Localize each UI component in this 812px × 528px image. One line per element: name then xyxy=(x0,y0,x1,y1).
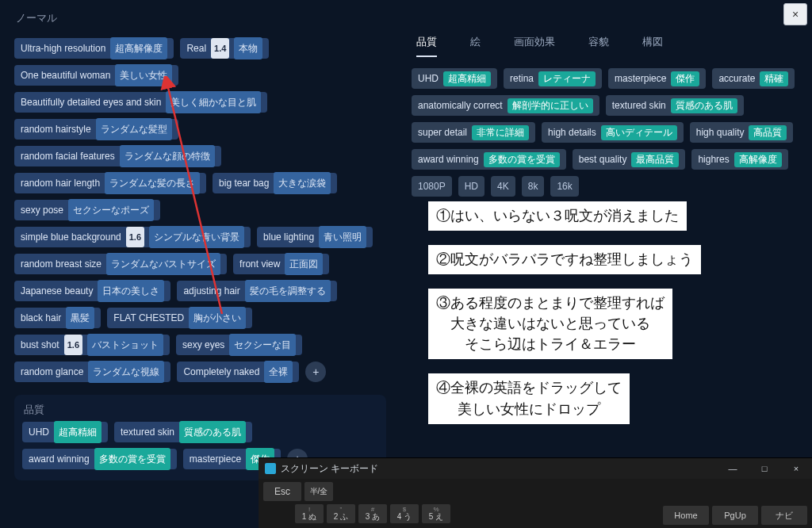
prompt-tag[interactable]: Ultra-high resolution超高解像度 xyxy=(14,38,174,59)
library-tag[interactable]: high quality高品質 xyxy=(690,122,794,143)
instruction-note: ③ある程度のまとまりで整理すれば大きな違いはないと思っているそこら辺はトライ＆エ… xyxy=(428,289,672,359)
prompt-tag[interactable]: random breast sizeランダムなバストサイズ xyxy=(14,254,227,274)
tag-weight: 1.6 xyxy=(126,227,144,247)
library-tag[interactable]: UHD超高精細 xyxy=(412,68,497,89)
tag-translation: ランダムな顔の特徴 xyxy=(120,145,215,167)
instruction-notes: ①はい、いらない３呪文が消えました②呪文がバラバラですね整理しましょう③ある程度… xyxy=(428,201,701,424)
section-title-normal: ノーマル xyxy=(16,11,386,25)
prompt-tag[interactable]: black hair黒髪 xyxy=(14,308,101,328)
prompt-tag[interactable]: UHD超高精細 xyxy=(22,422,108,442)
tag-translation: ランダムな視線 xyxy=(88,361,164,383)
prompt-tag[interactable]: random hairstyleランダムな髪型 xyxy=(14,119,178,140)
tag-translation: 高品質 xyxy=(749,125,787,140)
tag-translation: 最高品質 xyxy=(631,152,679,167)
tag-translation: 超高解像度 xyxy=(110,37,167,59)
osk-key[interactable]: #3 あ xyxy=(358,504,387,523)
prompt-tag[interactable]: textured skin質感のある肌 xyxy=(114,422,252,442)
tag-translation: 正面図 xyxy=(285,253,323,275)
library-tag[interactable]: award winning多数の賞を受賞 xyxy=(412,149,566,170)
library-tag[interactable]: 4K xyxy=(491,176,515,197)
prompt-tag[interactable]: sexy poseセクシーなポーズ xyxy=(14,200,160,220)
prompt-tag[interactable]: Beautifully detailed eyes and skin美しく細かな… xyxy=(14,92,267,113)
osk-key[interactable]: 半/全 xyxy=(304,482,333,501)
prompt-tag[interactable]: big tear bag大きな涙袋 xyxy=(213,173,337,193)
library-tag[interactable]: masterpiece傑作 xyxy=(608,68,706,89)
prompt-tag[interactable]: Japanese beauty日本の美しさ xyxy=(14,281,170,301)
tag-translation: 胸が小さい xyxy=(189,307,246,329)
prompt-tag[interactable]: random facial featuresランダムな顔の特徴 xyxy=(14,146,221,166)
add-tag-button[interactable]: + xyxy=(305,362,326,382)
library-tag[interactable]: retinaレティーナ xyxy=(504,68,602,89)
tab-4[interactable]: 構図 xyxy=(642,35,663,57)
prompt-tag[interactable]: front view正面図 xyxy=(233,254,329,274)
prompt-tag[interactable]: adjusting hair髪の毛を調整する xyxy=(177,281,336,301)
close-button[interactable]: × xyxy=(783,3,807,25)
instruction-note: ②呪文がバラバラですね整理しましょう xyxy=(428,245,701,274)
maximize-button[interactable]: □ xyxy=(749,458,780,479)
tab-3[interactable]: 容貌 xyxy=(588,35,609,57)
tag-translation: 黒髪 xyxy=(66,307,94,329)
osk-key[interactable]: !1 ぬ xyxy=(295,504,324,523)
tab-bar: 品質絵画面効果容貌構図 xyxy=(404,27,804,57)
tab-0[interactable]: 品質 xyxy=(416,35,437,57)
prompt-tag[interactable]: bust shot1.6バストショット xyxy=(14,335,170,355)
tag-translation: 大きな涙袋 xyxy=(274,172,331,194)
tag-translation: 精確 xyxy=(760,71,788,86)
minimize-button[interactable]: — xyxy=(717,458,749,479)
osk-right-keys: HomePgUpナビ xyxy=(663,506,807,525)
library-tag[interactable]: high details高いディテール xyxy=(542,122,684,143)
tag-translation: 質感のある肌 xyxy=(179,421,246,443)
instruction-note: ①はい、いらない３呪文が消えました xyxy=(428,201,687,231)
library-tag[interactable]: 1080P xyxy=(412,176,452,197)
prompt-tag[interactable]: Completely naked全裸 xyxy=(177,362,299,382)
library-tag[interactable]: 16k xyxy=(550,176,578,197)
prompt-tag[interactable]: blue lighting青い照明 xyxy=(257,227,373,247)
osk-key[interactable]: $4 う xyxy=(390,504,419,523)
osk-key[interactable]: %5 え xyxy=(422,504,450,523)
library-tag[interactable]: HD xyxy=(458,176,485,197)
tag-translation: 髪の毛を調整する xyxy=(245,280,331,302)
tag-translation: 多数の賞を受賞 xyxy=(94,448,170,470)
prompt-tag[interactable]: sexy eyesセクシーな目 xyxy=(176,335,302,355)
osk-key[interactable]: Home xyxy=(663,506,709,525)
library-tag[interactable]: highres高解像度 xyxy=(691,149,787,170)
library-tag[interactable]: anatomically correct解剖学的に正しい xyxy=(412,95,599,116)
tag-translation: 本物 xyxy=(234,37,262,59)
tab-1[interactable]: 絵 xyxy=(470,35,481,57)
osk-key[interactable]: "2 ふ xyxy=(327,504,355,523)
osk-key[interactable]: Esc xyxy=(263,482,301,501)
onscreen-keyboard-window: スクリーン キーボード — □ × Esc半/全 !1 ぬ"2 ふ#3 あ$4 … xyxy=(259,457,812,528)
tag-translation: ランダムな髪の長さ xyxy=(105,172,200,194)
osk-key[interactable]: PgUp xyxy=(712,506,758,525)
tag-translation: 多数の賞を受賞 xyxy=(484,152,560,167)
prompt-tag[interactable]: award winning多数の賞を受賞 xyxy=(22,449,177,469)
prompt-tag[interactable]: random hair lengthランダムな髪の長さ xyxy=(14,173,206,193)
tag-translation: ランダムなバストサイズ xyxy=(106,253,220,275)
tag-group-normal: Ultra-high resolution超高解像度Real1.4本物One b… xyxy=(14,38,386,382)
tag-translation: セクシーなポーズ xyxy=(68,199,154,221)
library-tag[interactable]: super detail非常に詳細 xyxy=(412,122,535,143)
tag-translation: レティーナ xyxy=(538,71,596,86)
library-tag[interactable]: best quality最高品質 xyxy=(573,149,686,170)
library-tag[interactable]: accurate精確 xyxy=(712,68,795,89)
tag-translation: 超高精細 xyxy=(443,71,491,86)
tag-translation: 美しい女性 xyxy=(115,64,172,86)
osk-titlebar[interactable]: スクリーン キーボード — □ × xyxy=(259,458,812,479)
osk-title-text: スクリーン キーボード xyxy=(281,462,378,476)
tag-translation: 質感のある肌 xyxy=(671,98,737,113)
quality-library-tags: UHD超高精細retinaレティーナmasterpiece傑作accurate精… xyxy=(404,57,804,197)
library-tag[interactable]: 8k xyxy=(522,176,545,197)
tag-translation: 青い照明 xyxy=(319,226,366,248)
prompt-tag[interactable]: FLAT CHESTED胸が小さい xyxy=(107,308,252,328)
library-tag[interactable]: textured skin質感のある肌 xyxy=(606,95,744,116)
prompt-tag[interactable]: random glanceランダムな視線 xyxy=(14,362,170,382)
section-title-quality: 品質 xyxy=(24,403,378,417)
prompt-tag[interactable]: simple blue background1.6シンプルな青い背景 xyxy=(14,227,251,247)
prompt-tag[interactable]: Real1.4本物 xyxy=(180,38,269,59)
tag-translation: シンプルな青い背景 xyxy=(149,226,244,248)
close-window-button[interactable]: × xyxy=(780,458,812,479)
tag-translation: 全裸 xyxy=(264,361,293,383)
tab-2[interactable]: 画面効果 xyxy=(514,35,555,57)
prompt-tag[interactable]: One beautiful woman美しい女性 xyxy=(14,65,178,86)
osk-key[interactable]: ナビ xyxy=(761,506,807,525)
